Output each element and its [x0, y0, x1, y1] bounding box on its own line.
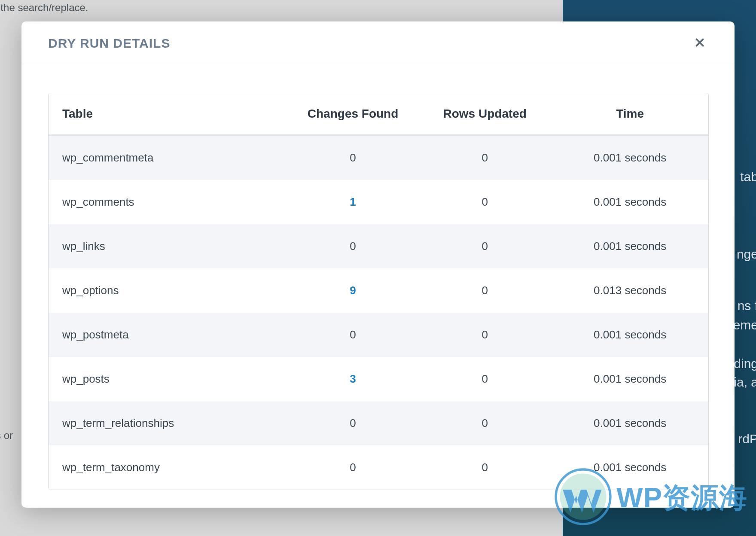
cell-rows: 0 [418, 401, 550, 445]
col-header-changes: Changes Found [286, 93, 418, 136]
cell-table-name: wp_comments [49, 180, 286, 224]
col-header-rows: Rows Updated [418, 93, 550, 136]
cell-changes[interactable]: 9 [286, 268, 418, 313]
cell-table-name: wp_links [49, 224, 286, 268]
modal-body[interactable]: Table Changes Found Rows Updated Time wp… [21, 65, 735, 508]
cell-table-name: wp_term_relationships [49, 401, 286, 445]
cell-table-name: wp_term_taxonomy [49, 445, 286, 490]
table-header-row: Table Changes Found Rows Updated Time [49, 93, 708, 136]
cell-table-name: wp_options [49, 268, 286, 313]
cell-table-name: wp_commentmeta [49, 136, 286, 180]
cell-time: 0.001 seconds [550, 224, 708, 268]
dry-run-modal: DRY RUN DETAILS Table Changes Found Rows… [21, 21, 735, 508]
cell-changes: 0 [286, 445, 418, 490]
cell-rows: 0 [418, 445, 550, 490]
cell-changes[interactable]: 3 [286, 357, 418, 401]
bg-right-text-2: nge [737, 247, 756, 262]
bg-truncated-text-top: o run the search/replace. [0, 2, 88, 14]
cell-changes[interactable]: 1 [286, 180, 418, 224]
bg-right-text-3: ns f [738, 298, 756, 313]
cell-time: 0.001 seconds [550, 401, 708, 445]
table-row: wp_term_taxonomy000.001 seconds [49, 445, 708, 490]
cell-changes: 0 [286, 401, 418, 445]
table-row: wp_term_relationships000.001 seconds [49, 401, 708, 445]
results-table: Table Changes Found Rows Updated Time wp… [48, 93, 709, 490]
bg-right-text-1: tab [740, 170, 756, 184]
cell-rows: 0 [418, 136, 550, 180]
bg-right-text-5: ding [734, 356, 756, 371]
cell-rows: 0 [418, 357, 550, 401]
bg-truncated-text-left: s or [0, 429, 13, 442]
table-row: wp_commentmeta000.001 seconds [49, 136, 708, 180]
cell-time: 0.001 seconds [550, 357, 708, 401]
cell-rows: 0 [418, 180, 550, 224]
cell-changes: 0 [286, 224, 418, 268]
col-header-time: Time [550, 93, 708, 136]
cell-table-name: wp_postmeta [49, 313, 286, 357]
cell-time: 0.001 seconds [550, 136, 708, 180]
table-row: wp_comments100.001 seconds [49, 180, 708, 224]
changes-link[interactable]: 3 [350, 372, 356, 385]
close-button[interactable] [691, 34, 709, 53]
table-row: wp_links000.001 seconds [49, 224, 708, 268]
table-row: wp_options900.013 seconds [49, 268, 708, 313]
table-row: wp_postmeta000.001 seconds [49, 313, 708, 357]
changes-link[interactable]: 1 [350, 195, 356, 208]
table-row: wp_posts300.001 seconds [49, 357, 708, 401]
col-header-table: Table [49, 93, 286, 136]
cell-time: 0.001 seconds [550, 313, 708, 357]
cell-changes: 0 [286, 136, 418, 180]
cell-time: 0.013 seconds [550, 268, 708, 313]
cell-changes: 0 [286, 313, 418, 357]
close-icon [694, 43, 705, 49]
cell-rows: 0 [418, 268, 550, 313]
cell-table-name: wp_posts [49, 357, 286, 401]
bg-right-text-6: ia, a [734, 375, 756, 390]
cell-time: 0.001 seconds [550, 445, 708, 490]
cell-time: 0.001 seconds [550, 180, 708, 224]
modal-title: DRY RUN DETAILS [48, 36, 170, 51]
changes-link[interactable]: 9 [350, 284, 356, 297]
cell-rows: 0 [418, 313, 550, 357]
cell-rows: 0 [418, 224, 550, 268]
modal-header: DRY RUN DETAILS [21, 21, 735, 65]
bg-right-text-4: eme [733, 318, 756, 332]
bg-right-text-7: rdP [738, 432, 756, 446]
